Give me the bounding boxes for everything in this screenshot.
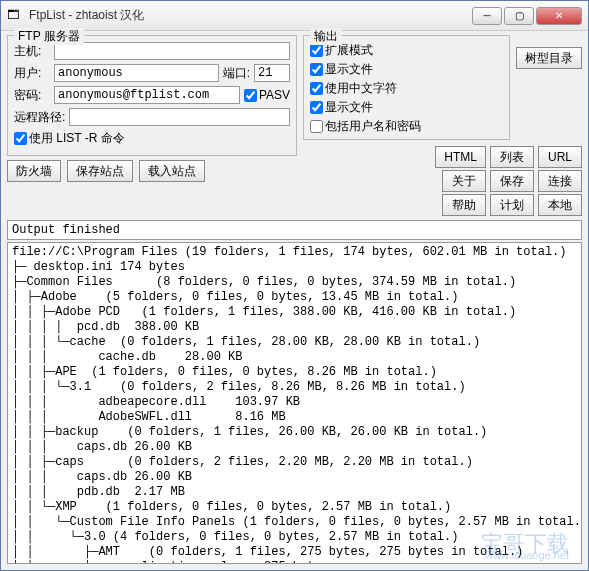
help-button[interactable]: 帮助 xyxy=(442,194,486,216)
save-button[interactable]: 保存 xyxy=(490,170,534,192)
app-window: 🗔 FtpList - zhtaoist 汉化 ─ ▢ ✕ FTP 服务器 主机… xyxy=(0,0,589,571)
local-button[interactable]: 本地 xyxy=(538,194,582,216)
include-userpass-checkbox[interactable]: 包括用户名和密码 xyxy=(310,118,503,135)
list-r-check-input[interactable] xyxy=(14,132,27,145)
right-top: 输出 扩展模式 显示文件 使用中文字符 显示文件 包括用户名和密码 树型目录 xyxy=(303,35,582,144)
remote-path-label: 远程路径: xyxy=(14,109,65,126)
about-button[interactable]: 关于 xyxy=(442,170,486,192)
main-panel: FTP 服务器 主机: 用户: 端口: 密码: PASV xyxy=(1,31,588,220)
remote-path-input[interactable] xyxy=(69,108,290,126)
titlebar[interactable]: 🗔 FtpList - zhtaoist 汉化 ─ ▢ ✕ xyxy=(1,1,588,31)
save-site-button[interactable]: 保存站点 xyxy=(67,160,133,182)
tree-button-wrap: 树型目录 xyxy=(516,35,582,144)
titlebar-buttons: ─ ▢ ✕ xyxy=(472,7,582,25)
app-icon: 🗔 xyxy=(7,8,23,24)
user-label: 用户: xyxy=(14,65,50,82)
password-input[interactable] xyxy=(54,86,240,104)
right-button-group: HTML 列表 URL xyxy=(303,146,582,168)
user-input[interactable] xyxy=(54,64,219,82)
load-site-button[interactable]: 载入站点 xyxy=(139,160,205,182)
show-files2-checkbox[interactable]: 显示文件 xyxy=(310,99,503,116)
pasv-check-input[interactable] xyxy=(244,89,257,102)
tree-dir-button[interactable]: 树型目录 xyxy=(516,47,582,69)
list-r-label: 使用 LIST -R 命令 xyxy=(29,130,125,147)
host-input[interactable] xyxy=(54,42,290,60)
pasv-checkbox[interactable]: PASV xyxy=(244,88,290,102)
window-title: FtpList - zhtaoist 汉化 xyxy=(29,7,472,24)
firewall-button[interactable]: 防火墙 xyxy=(7,160,61,182)
list-r-checkbox[interactable]: 使用 LIST -R 命令 xyxy=(14,130,125,147)
output-group: 输出 扩展模式 显示文件 使用中文字符 显示文件 包括用户名和密码 xyxy=(303,35,510,140)
output-group-title: 输出 xyxy=(310,28,342,45)
ftp-server-group: FTP 服务器 主机: 用户: 端口: 密码: PASV xyxy=(7,35,297,156)
ftp-group-title: FTP 服务器 xyxy=(14,28,84,45)
close-button[interactable]: ✕ xyxy=(536,7,582,25)
left-button-row: 防火墙 保存站点 载入站点 xyxy=(7,160,297,182)
left-panel: FTP 服务器 主机: 用户: 端口: 密码: PASV xyxy=(7,35,297,216)
port-input[interactable] xyxy=(254,64,290,82)
show-files-checkbox[interactable]: 显示文件 xyxy=(310,61,503,78)
connect-button[interactable]: 连接 xyxy=(538,170,582,192)
right-button-group2: 关于 保存 连接 xyxy=(303,170,582,192)
html-button[interactable]: HTML xyxy=(435,146,486,168)
tree-output-text: file://C:\Program Files (19 folders, 1 f… xyxy=(12,245,582,564)
plan-button[interactable]: 计划 xyxy=(490,194,534,216)
maximize-button[interactable]: ▢ xyxy=(504,7,534,25)
port-label: 端口: xyxy=(223,65,250,82)
output-area[interactable]: file://C:\Program Files (19 folders, 1 f… xyxy=(7,242,582,564)
minimize-button[interactable]: ─ xyxy=(472,7,502,25)
password-label: 密码: xyxy=(14,87,50,104)
host-label: 主机: xyxy=(14,43,50,60)
use-chinese-checkbox[interactable]: 使用中文字符 xyxy=(310,80,503,97)
url-button[interactable]: URL xyxy=(538,146,582,168)
right-button-group3: 帮助 计划 本地 xyxy=(303,194,582,216)
right-panel: 输出 扩展模式 显示文件 使用中文字符 显示文件 包括用户名和密码 树型目录 H… xyxy=(303,35,582,216)
list-button[interactable]: 列表 xyxy=(490,146,534,168)
status-line: Output finished xyxy=(7,220,582,240)
pasv-label: PASV xyxy=(259,88,290,102)
